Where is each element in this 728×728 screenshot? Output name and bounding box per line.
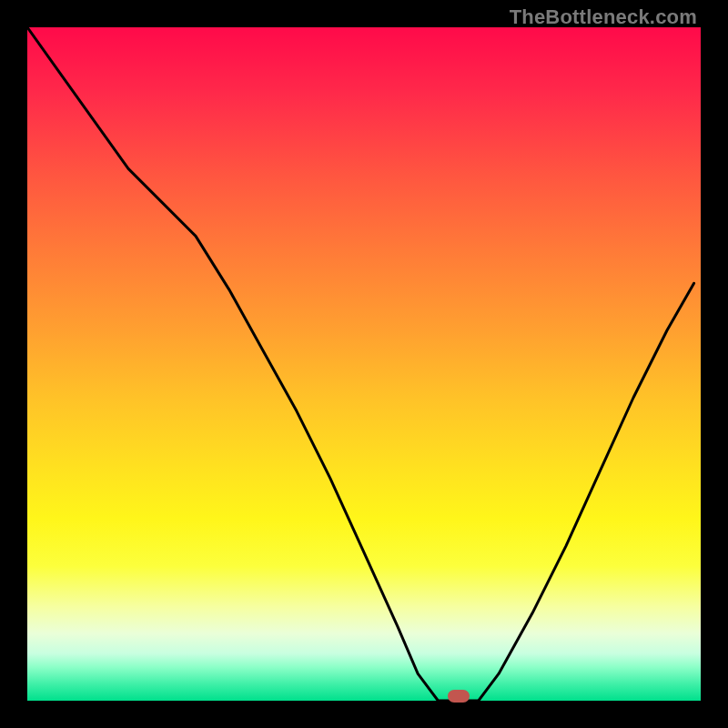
attribution-label: TheBottleneck.com [510,5,697,29]
plot-area [27,27,701,701]
optimal-marker [448,690,470,703]
bottleneck-curve [27,27,701,701]
chart-frame [27,27,701,701]
